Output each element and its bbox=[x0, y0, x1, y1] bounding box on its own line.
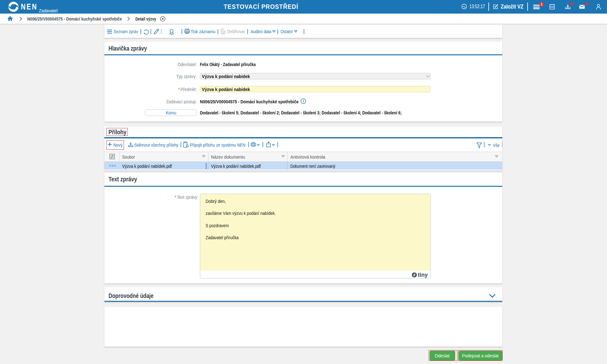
svg-text:i: i bbox=[303, 99, 304, 103]
